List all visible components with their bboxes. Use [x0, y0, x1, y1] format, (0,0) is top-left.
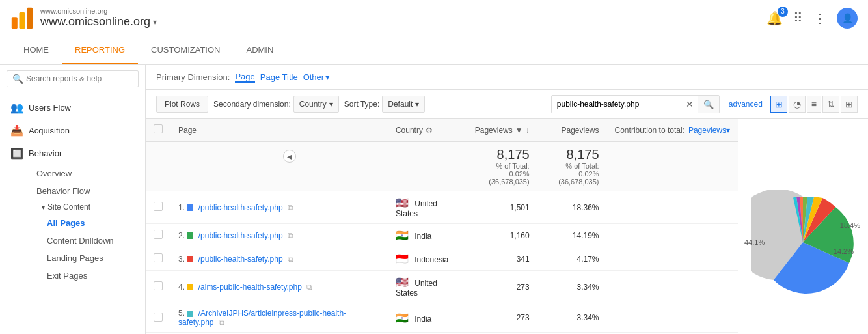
dim-page-title-button[interactable]: Page Title	[260, 72, 298, 82]
pageviews-sort-icon[interactable]: ▼	[515, 126, 523, 135]
view-compare-button[interactable]: ⇅	[822, 96, 839, 113]
sidebar-item-landing-pages[interactable]: Landing Pages	[36, 249, 145, 267]
row2-copy-icon[interactable]: ⧉	[288, 231, 293, 240]
sidebar-item-label: Acquisition	[29, 126, 70, 135]
row4-page: 4. /aims-public-health-safety.php ⧉	[170, 271, 388, 303]
nav-customization[interactable]: CUSTOMIZATION	[138, 37, 233, 64]
secondary-dimension-select: Secondary dimension: Country ▾	[213, 96, 339, 113]
sidebar-item-site-content[interactable]: ▾ Site Content	[26, 200, 145, 214]
table-row: 5. /ArchiveIJPHS/articleinpress-public-h…	[146, 303, 738, 333]
pie-label-right1: 18.4%	[840, 221, 860, 229]
row2-page-link[interactable]: /public-health-safety.php	[198, 231, 283, 240]
toolbar: Plot Rows Secondary dimension: Country ▾…	[146, 90, 868, 119]
row5-flag-icon: 🇮🇳	[396, 313, 409, 324]
row4-page-link[interactable]: /aims-public-health-safety.php	[198, 283, 302, 292]
row3-page: 3. /public-health-safety.php ⧉	[170, 247, 388, 271]
sidebar-item-all-pages[interactable]: All Pages	[36, 214, 145, 232]
other-dropdown-arrow-icon: ▾	[325, 72, 330, 82]
sort-type-dropdown[interactable]: Default ▾	[382, 96, 425, 113]
sidebar-search-box[interactable]: 🔍	[7, 70, 139, 87]
row2-pageviews2: 14.19%	[537, 224, 607, 247]
dim-other-dropdown[interactable]: Other ▾	[303, 72, 331, 82]
notification-button[interactable]: 🔔 3	[766, 10, 783, 26]
row3-checkbox	[146, 247, 170, 271]
summary-pageviews1-cell: 8,175 % of Total: 0.02% (36,678,035)	[466, 141, 537, 191]
sidebar-item-acquisition[interactable]: 📥 Acquisition	[0, 119, 145, 142]
more-options-button[interactable]: ⋮	[813, 10, 826, 26]
sidebar-collapse-button[interactable]: ◀	[283, 150, 296, 163]
sidebar-item-label: Users Flow	[29, 103, 71, 113]
sort-type-label: Sort Type:	[344, 100, 379, 109]
apps-button[interactable]: ⠿	[793, 10, 803, 26]
nav-admin[interactable]: ADMIN	[233, 37, 286, 64]
row4-flag-icon: 🇺🇸	[396, 277, 409, 288]
filter-search-box[interactable]: ✕ 🔍	[551, 95, 720, 113]
row5-checkbox	[146, 303, 170, 333]
sidebar-item-behavior[interactable]: 🔲 Behavior	[0, 142, 145, 165]
sidebar-item-users-flow[interactable]: 👥 Users Flow	[0, 96, 145, 119]
search-submit-button[interactable]: 🔍	[698, 96, 719, 113]
acquisition-icon: 📥	[10, 124, 23, 137]
site-content-label: Site Content	[47, 202, 90, 212]
site-dropdown-arrow-icon[interactable]: ▾	[153, 18, 157, 27]
expand-arrow-icon: ▾	[42, 204, 45, 211]
row4-contribution	[607, 271, 738, 303]
row4-copy-icon[interactable]: ⧉	[306, 283, 312, 292]
contribution-dropdown[interactable]: Pageviews ▾	[688, 126, 730, 135]
row3-copy-icon[interactable]: ⧉	[288, 255, 293, 264]
svg-rect-1	[20, 12, 25, 29]
row1-copy-icon[interactable]: ⧉	[288, 203, 293, 212]
row2-color-dot	[187, 232, 193, 239]
row1-flag-icon: 🇺🇸	[396, 197, 409, 208]
summary-checkbox-cell	[146, 141, 170, 191]
view-pivot-button[interactable]: ⊞	[841, 96, 858, 113]
search-input[interactable]	[26, 74, 133, 83]
secondary-dim-dropdown[interactable]: Country ▾	[293, 96, 339, 113]
sidebar-sub-behavior: Overview Behavior Flow ▾ Site Content Al…	[0, 165, 145, 285]
row5-page-link[interactable]: /ArchiveIJPHS/articleinpress-public-heal…	[178, 309, 346, 327]
view-list-button[interactable]: ≡	[807, 96, 821, 113]
site-url-small: www.omicsonline.org	[40, 7, 157, 15]
filter-input[interactable]	[552, 96, 682, 112]
row2-pageviews: 1,160	[466, 224, 537, 247]
row1-num: 1.	[178, 203, 185, 212]
sidebar-section: 👥 Users Flow 📥 Acquisition 🔲 Behavior Ov…	[0, 92, 145, 288]
select-all-checkbox[interactable]	[154, 124, 163, 133]
row1-color-dot	[187, 204, 193, 211]
nav-reporting[interactable]: REPORTING	[62, 37, 138, 64]
secondary-dim-arrow-icon: ▾	[329, 100, 333, 109]
sidebar-item-behavior-flow[interactable]: Behavior Flow	[26, 182, 145, 200]
th-pageviews: Pageviews ▼ ↓	[466, 119, 537, 141]
plot-rows-button[interactable]: Plot Rows	[156, 96, 208, 113]
primary-dimension-label: Primary Dimension:	[156, 72, 230, 82]
dim-page-button[interactable]: Page	[235, 72, 254, 83]
sidebar-item-exit-pages[interactable]: Exit Pages	[36, 267, 145, 285]
pie-label-right2: 14.2%	[834, 247, 854, 255]
sidebar-item-overview[interactable]: Overview	[26, 165, 145, 182]
search-clear-button[interactable]: ✕	[682, 96, 698, 113]
row2-page: 2. /public-health-safety.php ⧉	[170, 224, 388, 247]
row3-page-link[interactable]: /public-health-safety.php	[198, 255, 283, 264]
row3-color-dot	[187, 256, 193, 262]
th-contribution: Contribution to total: Pageviews ▾	[607, 119, 738, 141]
row1-page-link[interactable]: /public-health-safety.php	[198, 203, 283, 212]
users-flow-icon: 👥	[10, 102, 23, 114]
pageviews-sort-desc-icon[interactable]: ↓	[526, 126, 530, 135]
avatar[interactable]: 👤	[837, 8, 858, 29]
row5-copy-icon[interactable]: ⧉	[219, 318, 224, 327]
th-page: Page	[170, 119, 388, 141]
sidebar-item-content-drilldown[interactable]: Content Drilldown	[36, 232, 145, 249]
site-info: www.omicsonline.org www.omicsonline.org …	[40, 7, 157, 29]
country-filter-icon[interactable]: ⚙	[426, 126, 433, 135]
top-bar-left: www.omicsonline.org www.omicsonline.org …	[10, 7, 157, 30]
summary-contribution-cell	[607, 141, 738, 191]
view-pie-button[interactable]: ◔	[789, 96, 806, 113]
row2-country-label: India	[414, 232, 431, 241]
top-bar: www.omicsonline.org www.omicsonline.org …	[0, 0, 868, 36]
row4-pageviews: 273	[466, 271, 537, 303]
nav-home[interactable]: HOME	[10, 37, 62, 64]
sidebar-site-content-group: All Pages Content Drilldown Landing Page…	[26, 214, 145, 285]
view-grid-button[interactable]: ⊞	[770, 96, 787, 113]
advanced-link[interactable]: advanced	[729, 100, 763, 109]
row3-pageviews: 341	[466, 247, 537, 271]
